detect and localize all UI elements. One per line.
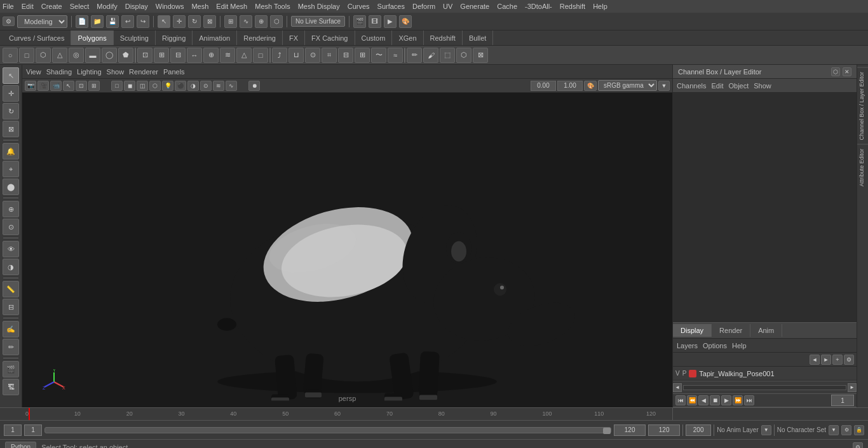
vp-color-icon[interactable]: 🎨 — [584, 81, 597, 91]
tab-polygons[interactable]: Polygons — [71, 31, 113, 45]
paint-sel-btn[interactable]: ⬤ — [3, 179, 19, 195]
menu-edit[interactable]: Edit — [22, 3, 34, 10]
save-scene-btn[interactable]: 💾 — [106, 15, 119, 28]
soft-select-btn[interactable]: 🔔 — [3, 143, 19, 160]
frame-current-left-input[interactable] — [24, 424, 42, 436]
shelf-cone-icon[interactable]: △ — [52, 48, 67, 63]
anim-max-input[interactable] — [686, 424, 711, 436]
scale-btn[interactable]: ⊠ — [3, 121, 19, 137]
ipr-btn[interactable]: ▶ — [384, 15, 397, 28]
menu-windows[interactable]: Windows — [156, 3, 184, 10]
isolate-btn[interactable]: ◑ — [3, 259, 19, 275]
grease-pencil-btn[interactable]: ✏ — [3, 339, 19, 355]
menu-mesh-tools[interactable]: Mesh Tools — [255, 3, 290, 10]
menu-curves[interactable]: Curves — [348, 3, 370, 10]
shelf-insert-edge-icon[interactable]: ⊟ — [338, 48, 353, 63]
pb-play-btn[interactable]: ▶ — [721, 395, 731, 405]
open-scene-btn[interactable]: 📁 — [91, 15, 104, 28]
vp-shadow-icon[interactable]: ⚫ — [175, 81, 186, 91]
frt-channel-box-tab[interactable]: Channel Box / Layer Editor — [857, 67, 868, 144]
vp-grid-icon[interactable]: ⊞ — [88, 81, 100, 91]
vp-menu-view[interactable]: View — [26, 68, 41, 76]
tab-rendering[interactable]: Rendering — [237, 31, 283, 45]
menu-mesh[interactable]: Mesh — [191, 3, 208, 10]
char-set-settings-btn[interactable]: ⚙ — [841, 425, 851, 435]
shelf-mirror-icon[interactable]: ↔ — [187, 48, 202, 63]
frt-attr-editor-tab[interactable]: Attribute Editor — [857, 144, 868, 191]
shelf-triangulate-icon[interactable]: △ — [236, 48, 252, 63]
timeline-range-slider[interactable] — [44, 427, 611, 433]
vp-hud-icon[interactable]: ⊡ — [76, 81, 87, 91]
scene-assembly-btn[interactable]: 🏗 — [3, 379, 19, 395]
shelf-bevel-icon[interactable]: ⌗ — [322, 48, 337, 63]
shelf-extract-icon[interactable]: ⊟ — [170, 48, 186, 63]
tab-bullet[interactable]: Bullet — [463, 31, 494, 45]
timeline-numbers[interactable]: 0 10 20 30 40 50 60 70 80 90 100 110 120 — [22, 408, 672, 420]
range-end-input[interactable] — [614, 424, 646, 436]
pb-play-back-btn[interactable]: ◀ — [698, 395, 709, 405]
shelf-disk-icon[interactable]: ◯ — [102, 48, 117, 63]
live-surface-btn[interactable]: No Live Surface — [291, 16, 345, 27]
vp-motion-blur-icon[interactable]: ≋ — [213, 81, 224, 91]
vp-smooth-icon[interactable]: ◼ — [124, 81, 135, 91]
vp-menu-renderer[interactable]: Renderer — [129, 68, 158, 76]
menu-mesh-display[interactable]: Mesh Display — [298, 3, 340, 10]
layer-settings-btn[interactable]: ⚙ — [844, 355, 854, 365]
new-scene-btn[interactable]: 📄 — [76, 15, 88, 28]
frame-start-input[interactable] — [4, 424, 22, 436]
tab-fx[interactable]: FX — [283, 31, 305, 45]
snap-btn[interactable]: ⊕ — [3, 201, 19, 217]
shelf-extrude-icon[interactable]: ⤴ — [272, 48, 287, 63]
select-btn[interactable]: ↖ — [3, 67, 19, 84]
dr-tab-anim[interactable]: Anim — [750, 324, 782, 337]
rotate-tool-btn[interactable]: ↻ — [188, 15, 201, 28]
tab-rigging[interactable]: Rigging — [156, 31, 193, 45]
anim-layer-dropdown-btn[interactable]: ▼ — [761, 425, 771, 435]
layer-row[interactable]: V P Tapir_Walking_Pose001 — [673, 367, 857, 381]
lo-layers[interactable]: Layers — [677, 342, 698, 350]
tab-curves-surfaces[interactable]: Curves / Surfaces — [3, 31, 71, 45]
snap-grid-btn[interactable]: ⊞ — [224, 15, 237, 28]
vp-scale-field[interactable] — [557, 81, 583, 91]
tab-animation[interactable]: Animation — [193, 31, 237, 45]
shelf-platonic-icon[interactable]: ⬟ — [118, 48, 133, 63]
vp-anti-alias-icon[interactable]: ∿ — [226, 81, 237, 91]
vp-textured-icon[interactable]: ⬡ — [149, 81, 161, 91]
layer-move-up-btn[interactable]: ◄ — [810, 355, 820, 365]
shelf-quads-icon[interactable]: □ — [253, 48, 268, 63]
redo-btn[interactable]: ↪ — [137, 15, 149, 28]
shelf-offset-edge-icon[interactable]: ⊞ — [355, 48, 370, 63]
measure-btn[interactable]: 📏 — [3, 281, 19, 297]
shelf-sculpt-icon[interactable]: ✏ — [407, 48, 422, 63]
vp-camera-icon[interactable]: 📷 — [25, 81, 36, 91]
lasso-btn[interactable]: ⌖ — [3, 161, 19, 177]
vp-camera2-icon[interactable]: 🎥 — [37, 81, 49, 91]
status-settings-icon[interactable]: ⚙ — [853, 442, 863, 449]
move-btn[interactable]: ✛ — [3, 85, 19, 102]
pivot-btn[interactable]: ⊙ — [3, 219, 19, 235]
pb-stop-btn[interactable]: ⏹ — [710, 395, 720, 405]
render-proxy-btn[interactable]: 🎬 — [3, 361, 19, 377]
shelf-smooth-icon[interactable]: ≋ — [220, 48, 235, 63]
menu-help[interactable]: Help — [593, 3, 607, 10]
cb-tab-edit[interactable]: Edit — [711, 82, 723, 90]
dr-tab-render[interactable]: Render — [712, 324, 750, 337]
range-slider-handle[interactable] — [603, 428, 611, 434]
menu-redshift[interactable]: Redshift — [560, 3, 585, 10]
vp-xray-icon[interactable]: ◫ — [137, 81, 148, 91]
snap-curve-btn[interactable]: ∿ — [240, 15, 252, 28]
shelf-plane-icon[interactable]: ▬ — [85, 48, 100, 63]
anim-end-input[interactable] — [648, 424, 680, 436]
tab-xgen[interactable]: XGen — [392, 31, 423, 45]
shelf-cyl-icon[interactable]: ⬡ — [36, 48, 51, 63]
render-seq-btn[interactable]: 🎞 — [369, 15, 381, 28]
pb-end-btn[interactable]: ⏭ — [744, 395, 754, 405]
shelf-torus-icon[interactable]: ◎ — [69, 48, 84, 63]
annotation-btn[interactable]: ✍ — [3, 321, 19, 337]
shelf-remesh-icon[interactable]: ⬡ — [456, 48, 471, 63]
menu-surfaces[interactable]: Surfaces — [377, 3, 405, 10]
shelf-crease-icon[interactable]: ≈ — [388, 48, 403, 63]
vp-menu-panels[interactable]: Panels — [163, 68, 185, 76]
vp-cam3-icon[interactable]: 📹 — [50, 81, 62, 91]
vp-dof-icon[interactable]: ⊙ — [200, 81, 212, 91]
